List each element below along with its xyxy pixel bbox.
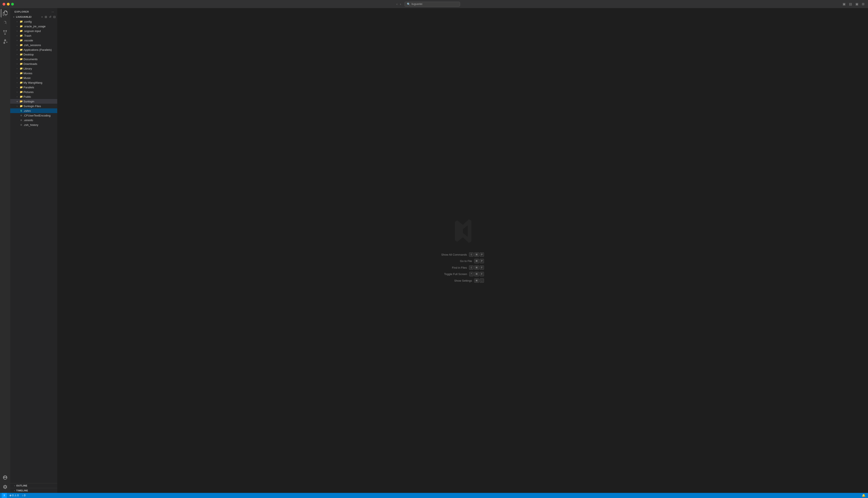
timeline-label: TIMELINE xyxy=(16,489,28,492)
status-branch[interactable]: X xyxy=(2,493,7,498)
status-errors[interactable]: ⊗ 0 ⚠ 0 xyxy=(9,493,20,498)
chevron-right-icon: › xyxy=(15,86,19,89)
tree-label-zsh-sessions: .zsh_sessions xyxy=(24,43,57,47)
activity-account[interactable] xyxy=(1,473,9,482)
tree-label-applications: Applications (Parallels) xyxy=(24,48,57,51)
chevron-right-icon: › xyxy=(15,90,19,94)
kbd-ctrl: ^ xyxy=(469,272,473,276)
tree-item-movies[interactable]: › 📁 Movies xyxy=(10,71,57,76)
search-icon xyxy=(2,20,8,25)
chevron-right-icon: › xyxy=(15,29,19,32)
sidebar-toggle-button[interactable]: ▣ xyxy=(842,2,846,6)
search-bar[interactable]: 🔍 liuguanlei xyxy=(405,2,460,6)
tree-item-sogouin[interactable]: › 📁 .sogouin input xyxy=(10,29,57,33)
refresh-button[interactable]: ↺ xyxy=(48,15,52,19)
dot-file-icon: ≡ xyxy=(20,114,23,117)
extensions-icon xyxy=(2,39,8,44)
tree-label-mywangwang: My WangWang xyxy=(24,81,57,84)
tree-item-sunlogin-files[interactable]: › 📁 Sunlogin Files xyxy=(10,104,57,108)
close-button[interactable] xyxy=(2,3,5,5)
spacer: › xyxy=(15,123,19,127)
tree-item-cfusertext[interactable]: › ≡ .CFUserTextEncoding xyxy=(10,113,57,118)
tree-item-trash[interactable]: › 📁 .Trash xyxy=(10,33,57,38)
titlebar-right: ▣ ▤ ▣ ⊞ xyxy=(842,2,866,6)
tree-root[interactable]: ▾ LIUGUANLEI + ⊞ ↺ ⊟ xyxy=(10,14,57,19)
outline-header[interactable]: › OUTLINE xyxy=(10,483,57,488)
tree-item-library[interactable]: › 📁 Library xyxy=(10,66,57,71)
editor-area: Show All Commands ⇧ ⌘ P Go to File ⌘ P F… xyxy=(57,8,868,493)
tree-item-zsh-sessions[interactable]: › 📁 .zsh_sessions xyxy=(10,43,57,47)
kbd-cmd: ⌘ xyxy=(474,278,479,283)
spacer: › xyxy=(15,109,19,113)
bell-icon: 🔔 xyxy=(862,494,866,497)
status-bell[interactable]: 🔔 xyxy=(861,493,866,498)
tree-item-parallels[interactable]: › 📁 Parallels xyxy=(10,85,57,90)
folder-icon: 📁 xyxy=(20,76,23,80)
sidebar-header: Explorer ··· xyxy=(10,8,57,14)
shortcut-label-show-all: Show All Commands xyxy=(441,253,467,256)
kbd-f: F xyxy=(480,265,484,270)
tree-label-trash: .Trash xyxy=(24,34,57,37)
new-folder-button[interactable]: ⊞ xyxy=(44,15,48,19)
back-button[interactable]: ‹ xyxy=(396,2,398,6)
collapse-button[interactable]: ⊟ xyxy=(53,15,56,19)
chevron-right-icon: › xyxy=(15,104,19,108)
tree-item-config[interactable]: › 📁 .config xyxy=(10,19,57,24)
tree-label-library: Library xyxy=(24,67,57,70)
activity-search[interactable] xyxy=(1,18,9,27)
tree-item-pictures[interactable]: › 📁 Pictures xyxy=(10,90,57,94)
new-file-button[interactable]: + xyxy=(41,15,43,19)
forward-button[interactable]: › xyxy=(399,2,402,6)
timeline-header[interactable]: › TIMELINE xyxy=(10,488,57,493)
chevron-down-icon: ▾ xyxy=(12,15,15,18)
layout-button-3[interactable]: ⊞ xyxy=(861,2,866,6)
folder-icon: 📁 xyxy=(20,81,23,84)
tree-label-sogouin: .sogouin input xyxy=(24,29,57,32)
layout-button-2[interactable]: ▣ xyxy=(855,2,859,6)
tree-item-desktop[interactable]: › 📁 Desktop xyxy=(10,52,57,57)
tree-item-public[interactable]: › 📁 Public xyxy=(10,94,57,99)
spacer: › xyxy=(15,114,19,117)
warning-count: 0 xyxy=(17,494,19,497)
titlebar-center: ‹ › 🔍 liuguanlei xyxy=(396,2,460,6)
tree-label-cfusertext: .CFUserTextEncoding xyxy=(24,114,57,117)
shortcut-label-fullscreen: Toggle Full Screen xyxy=(444,273,467,276)
status-bar-left: X ⊗ 0 ⚠ 0 ↕ 0 xyxy=(2,493,26,498)
tree-item-applications[interactable]: › 📁 Applications (Parallels) xyxy=(10,47,57,52)
folder-icon: 📁 xyxy=(20,20,23,23)
tree-item-downloads[interactable]: › 📁 Downloads xyxy=(10,62,57,66)
tree-item-viminfo[interactable]: › ≡ .viminfo xyxy=(10,118,57,122)
tree-item-sunlogin[interactable]: ▾ 📂 Sunlogin xyxy=(10,99,57,104)
chevron-right-icon: › xyxy=(15,53,19,56)
kbd-cmd: ⌘ xyxy=(474,252,479,257)
activity-source-control[interactable] xyxy=(1,28,9,36)
shortcut-keys-find-in-files: ⇧ ⌘ F xyxy=(469,265,484,270)
folder-icon: 📁 xyxy=(20,39,23,42)
outline-label: OUTLINE xyxy=(16,484,27,487)
tree-item-vscode[interactable]: › 📁 .vscode xyxy=(10,38,57,43)
tree-item-oracle[interactable]: › 📁 .oracle_jre_usage xyxy=(10,24,57,29)
shortcut-keys-fullscreen: ^ ⌘ F xyxy=(469,272,484,276)
activity-settings[interactable] xyxy=(1,483,9,491)
layout-button-1[interactable]: ▤ xyxy=(848,2,853,6)
chevron-right-icon: › xyxy=(13,484,16,487)
maximize-button[interactable] xyxy=(11,3,14,5)
tree-item-zsh-history[interactable]: › ≡ .zsh_history xyxy=(10,122,57,127)
tree-item-documents[interactable]: › 📁 Documents xyxy=(10,57,57,62)
status-remote[interactable]: ↕ 0 xyxy=(21,493,26,498)
search-icon: 🔍 xyxy=(407,2,410,6)
tree-item-mywangwang[interactable]: › 📁 My WangWang xyxy=(10,80,57,85)
activity-explorer[interactable] xyxy=(1,9,9,17)
branch-icon: X xyxy=(3,494,5,497)
minimize-button[interactable] xyxy=(7,3,10,5)
more-actions-button[interactable]: ··· xyxy=(51,10,55,14)
error-icon: ⊗ xyxy=(9,494,12,497)
tree-item-zshrc[interactable]: › $ .zshrc xyxy=(10,108,57,113)
kbd-p: P xyxy=(480,252,484,257)
tree-label-vscode: .vscode xyxy=(24,39,57,42)
activity-extensions[interactable] xyxy=(1,37,9,45)
tree-label-documents: Documents xyxy=(24,57,57,61)
shortcut-show-settings: Show Settings ⌘ , xyxy=(454,278,484,283)
tree-item-music[interactable]: › 📁 Music xyxy=(10,76,57,80)
chevron-right-icon: › xyxy=(15,25,19,28)
